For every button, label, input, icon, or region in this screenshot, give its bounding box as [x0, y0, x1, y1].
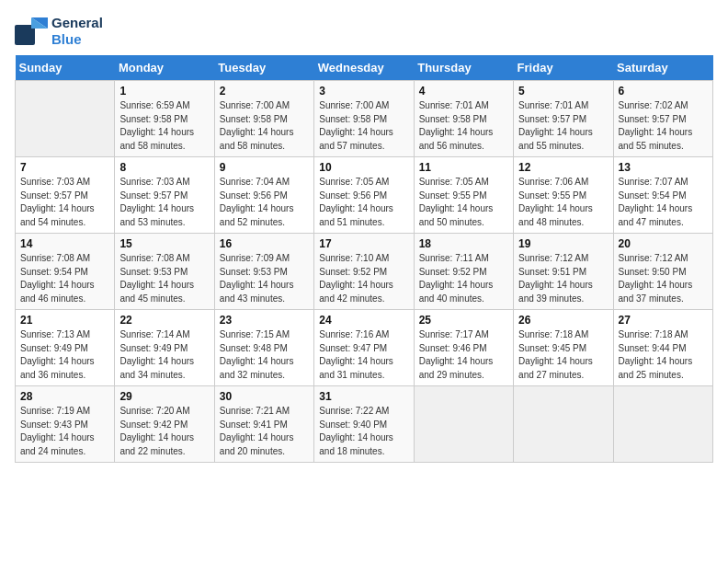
day-info: Sunrise: 7:11 AM Sunset: 9:52 PM Dayligh…: [419, 252, 508, 305]
weekday-header: Thursday: [414, 55, 513, 81]
calendar-cell: 2Sunrise: 7:00 AM Sunset: 9:58 PM Daylig…: [214, 81, 313, 157]
calendar-body: 1Sunrise: 6:59 AM Sunset: 9:58 PM Daylig…: [16, 81, 713, 463]
day-number: 6: [619, 85, 708, 98]
calendar-cell: 22Sunrise: 7:14 AM Sunset: 9:49 PM Dayli…: [115, 310, 214, 386]
day-number: 31: [319, 390, 408, 403]
calendar-table: SundayMondayTuesdayWednesdayThursdayFrid…: [15, 55, 713, 463]
day-number: 19: [518, 237, 608, 250]
weekday-header: Sunday: [16, 55, 115, 81]
day-info: Sunrise: 7:09 AM Sunset: 9:53 PM Dayligh…: [220, 252, 309, 305]
day-number: 30: [220, 390, 309, 403]
day-info: Sunrise: 7:06 AM Sunset: 9:55 PM Dayligh…: [518, 176, 608, 229]
calendar-cell: 9Sunrise: 7:04 AM Sunset: 9:56 PM Daylig…: [214, 157, 313, 234]
day-info: Sunrise: 7:18 AM Sunset: 9:45 PM Dayligh…: [518, 328, 608, 382]
weekday-header: Monday: [115, 55, 214, 81]
calendar-cell: 29Sunrise: 7:20 AM Sunset: 9:42 PM Dayli…: [115, 386, 214, 463]
day-number: 4: [419, 85, 508, 98]
day-number: 3: [319, 85, 408, 98]
day-number: 22: [119, 314, 209, 327]
day-info: Sunrise: 7:05 AM Sunset: 9:56 PM Dayligh…: [319, 176, 408, 229]
day-number: 28: [20, 390, 109, 403]
calendar-cell: 16Sunrise: 7:09 AM Sunset: 9:53 PM Dayli…: [214, 234, 313, 310]
day-info: Sunrise: 7:18 AM Sunset: 9:44 PM Dayligh…: [619, 328, 708, 382]
day-number: 25: [419, 314, 508, 327]
weekday-row: SundayMondayTuesdayWednesdayThursdayFrid…: [16, 55, 713, 81]
day-number: 16: [220, 237, 309, 250]
calendar-cell: 3Sunrise: 7:00 AM Sunset: 9:58 PM Daylig…: [314, 81, 414, 157]
calendar-cell: 14Sunrise: 7:08 AM Sunset: 9:54 PM Dayli…: [16, 234, 115, 310]
day-info: Sunrise: 7:15 AM Sunset: 9:48 PM Dayligh…: [220, 328, 309, 382]
day-info: Sunrise: 7:00 AM Sunset: 9:58 PM Dayligh…: [319, 99, 408, 153]
day-number: 13: [619, 161, 708, 174]
calendar-cell: 23Sunrise: 7:15 AM Sunset: 9:48 PM Dayli…: [214, 310, 313, 386]
calendar-cell: 4Sunrise: 7:01 AM Sunset: 9:58 PM Daylig…: [414, 81, 513, 157]
day-info: Sunrise: 7:08 AM Sunset: 9:54 PM Dayligh…: [20, 252, 109, 305]
calendar-week: 14Sunrise: 7:08 AM Sunset: 9:54 PM Dayli…: [16, 234, 713, 310]
day-info: Sunrise: 7:12 AM Sunset: 9:50 PM Dayligh…: [619, 252, 708, 305]
calendar-cell: 15Sunrise: 7:08 AM Sunset: 9:53 PM Dayli…: [115, 234, 214, 310]
calendar-week: 28Sunrise: 7:19 AM Sunset: 9:43 PM Dayli…: [16, 386, 713, 463]
calendar-cell: 6Sunrise: 7:02 AM Sunset: 9:57 PM Daylig…: [613, 81, 712, 157]
day-info: Sunrise: 7:03 AM Sunset: 9:57 PM Dayligh…: [20, 176, 109, 229]
day-number: 14: [20, 237, 109, 250]
day-number: 11: [419, 161, 508, 174]
calendar-cell: 24Sunrise: 7:16 AM Sunset: 9:47 PM Dayli…: [314, 310, 414, 386]
calendar-cell: 18Sunrise: 7:11 AM Sunset: 9:52 PM Dayli…: [414, 234, 513, 310]
day-number: 21: [20, 314, 109, 327]
weekday-header: Tuesday: [214, 55, 313, 81]
logo-text: General Blue: [51, 15, 103, 48]
day-info: Sunrise: 7:00 AM Sunset: 9:58 PM Dayligh…: [220, 99, 309, 153]
day-info: Sunrise: 7:01 AM Sunset: 9:58 PM Dayligh…: [419, 99, 508, 153]
day-info: Sunrise: 7:19 AM Sunset: 9:43 PM Dayligh…: [20, 405, 109, 458]
calendar-cell: 5Sunrise: 7:01 AM Sunset: 9:57 PM Daylig…: [514, 81, 613, 157]
logo-icon: [15, 17, 48, 45]
day-number: 23: [220, 314, 309, 327]
day-number: 20: [619, 237, 708, 250]
day-number: 27: [619, 314, 708, 327]
weekday-header: Wednesday: [314, 55, 414, 81]
day-info: Sunrise: 7:13 AM Sunset: 9:49 PM Dayligh…: [20, 328, 109, 382]
day-info: Sunrise: 7:02 AM Sunset: 9:57 PM Dayligh…: [619, 99, 708, 153]
day-number: 9: [220, 161, 309, 174]
day-info: Sunrise: 7:12 AM Sunset: 9:51 PM Dayligh…: [518, 252, 608, 305]
calendar-cell: 30Sunrise: 7:21 AM Sunset: 9:41 PM Dayli…: [214, 386, 313, 463]
calendar-week: 21Sunrise: 7:13 AM Sunset: 9:49 PM Dayli…: [16, 310, 713, 386]
day-number: 18: [419, 237, 508, 250]
calendar-cell: [613, 386, 712, 463]
day-number: 24: [319, 314, 408, 327]
day-number: 17: [319, 237, 408, 250]
calendar-cell: 10Sunrise: 7:05 AM Sunset: 9:56 PM Dayli…: [314, 157, 414, 234]
day-info: Sunrise: 7:20 AM Sunset: 9:42 PM Dayligh…: [119, 405, 209, 458]
day-number: 29: [119, 390, 209, 403]
day-number: 2: [220, 85, 309, 98]
day-info: Sunrise: 7:03 AM Sunset: 9:57 PM Dayligh…: [119, 176, 209, 229]
day-number: 10: [319, 161, 408, 174]
header: General Blue: [15, 15, 713, 48]
day-info: Sunrise: 6:59 AM Sunset: 9:58 PM Dayligh…: [119, 99, 209, 153]
weekday-header: Friday: [514, 55, 613, 81]
logo: General Blue: [15, 15, 103, 48]
day-info: Sunrise: 7:17 AM Sunset: 9:46 PM Dayligh…: [419, 328, 508, 382]
day-info: Sunrise: 7:01 AM Sunset: 9:57 PM Dayligh…: [518, 99, 608, 153]
day-info: Sunrise: 7:07 AM Sunset: 9:54 PM Dayligh…: [619, 176, 708, 229]
calendar-cell: [414, 386, 513, 463]
calendar-cell: 26Sunrise: 7:18 AM Sunset: 9:45 PM Dayli…: [514, 310, 613, 386]
calendar-week: 1Sunrise: 6:59 AM Sunset: 9:58 PM Daylig…: [16, 81, 713, 157]
calendar-cell: 25Sunrise: 7:17 AM Sunset: 9:46 PM Dayli…: [414, 310, 513, 386]
day-info: Sunrise: 7:04 AM Sunset: 9:56 PM Dayligh…: [220, 176, 309, 229]
day-info: Sunrise: 7:08 AM Sunset: 9:53 PM Dayligh…: [119, 252, 209, 305]
weekday-header: Saturday: [613, 55, 712, 81]
day-number: 8: [119, 161, 209, 174]
day-number: 15: [119, 237, 209, 250]
day-info: Sunrise: 7:10 AM Sunset: 9:52 PM Dayligh…: [319, 252, 408, 305]
calendar-cell: 20Sunrise: 7:12 AM Sunset: 9:50 PM Dayli…: [613, 234, 712, 310]
calendar-cell: 7Sunrise: 7:03 AM Sunset: 9:57 PM Daylig…: [16, 157, 115, 234]
day-info: Sunrise: 7:05 AM Sunset: 9:55 PM Dayligh…: [419, 176, 508, 229]
calendar-cell: 8Sunrise: 7:03 AM Sunset: 9:57 PM Daylig…: [115, 157, 214, 234]
day-number: 1: [119, 85, 209, 98]
day-number: 26: [518, 314, 608, 327]
calendar-cell: 1Sunrise: 6:59 AM Sunset: 9:58 PM Daylig…: [115, 81, 214, 157]
calendar-cell: 13Sunrise: 7:07 AM Sunset: 9:54 PM Dayli…: [613, 157, 712, 234]
day-info: Sunrise: 7:14 AM Sunset: 9:49 PM Dayligh…: [119, 328, 209, 382]
day-info: Sunrise: 7:22 AM Sunset: 9:40 PM Dayligh…: [319, 405, 408, 458]
